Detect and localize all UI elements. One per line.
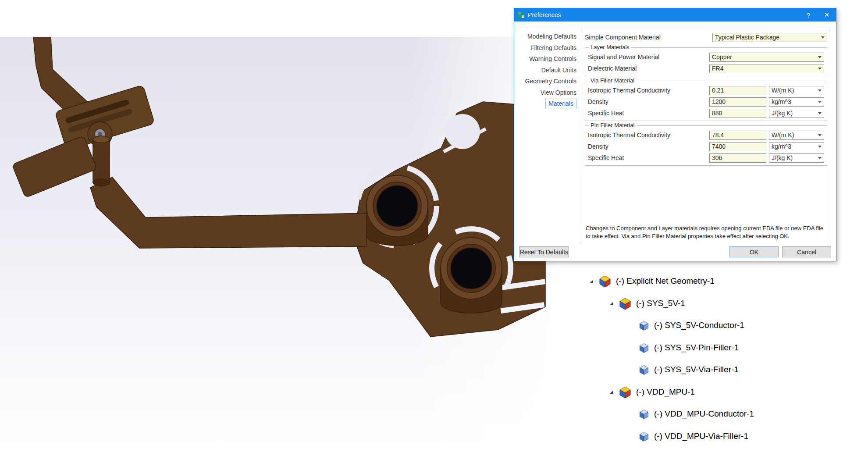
pin-specific-heat-input[interactable]: 306 <box>709 153 766 163</box>
chevron-down-icon <box>821 36 825 39</box>
tree-item-sys5v-via-filler[interactable]: (-) SYS_5V-Via-Filler-1 <box>582 359 868 381</box>
simple-component-material-row: Simple Component Material Typical Plasti… <box>585 32 827 43</box>
signal-power-material-combo[interactable]: Copper <box>709 53 824 62</box>
signal-power-material-label: Signal and Power Material <box>588 53 709 61</box>
assembly-icon <box>619 385 632 399</box>
part-icon <box>638 320 650 331</box>
nav-item-default-units[interactable]: Default Units <box>514 65 581 76</box>
nav-item-warning-controls[interactable]: Warning Controls <box>514 53 581 65</box>
layer-materials-title: Layer Materials <box>589 44 631 50</box>
pin-filler-material-group: Pin Filler Material Isotropic Thermal Co… <box>585 125 827 166</box>
chevron-down-icon <box>818 101 822 103</box>
chevron-down-icon <box>818 157 822 159</box>
component-pad <box>12 135 97 198</box>
pin-conductivity-row: Isotropic Thermal Conductivity 78.4 W/(m… <box>588 129 824 141</box>
simple-component-material-combo[interactable]: Typical Plastic Package <box>712 33 827 42</box>
ok-button[interactable]: OK <box>729 246 779 257</box>
3d-viewport[interactable] <box>0 37 586 449</box>
simple-component-material-label: Simple Component Material <box>585 34 712 41</box>
dialog-titlebar[interactable]: Preferences ? ✕ <box>514 8 836 21</box>
tree-item-vddmpu-via-filler[interactable]: (-) VDD_MPU-Via-Filler-1 <box>582 425 868 448</box>
nav-item-modeling-defaults[interactable]: Modeling Defaults <box>514 31 581 43</box>
expand-arrow-icon[interactable] <box>608 389 614 395</box>
via-filler-material-title: Via Filler Material <box>589 77 636 84</box>
dialog-button-bar: Reset To Defaults OK Cancel <box>514 242 836 261</box>
dielectric-material-label: Dielectric Material <box>588 65 709 72</box>
feature-tree: (-) Explicit Net Geometry-1 (-) SYS_5V-1… <box>582 270 868 447</box>
via-conductivity-unit-combo[interactable]: W/(m K) <box>769 86 824 95</box>
materials-note: Changes to Component and Layer materials… <box>585 223 827 241</box>
pin-conductivity-input[interactable]: 78.4 <box>709 131 766 140</box>
dielectric-material-row: Dielectric Material FR4 <box>588 63 824 74</box>
via-specific-heat-label: Specific Heat <box>588 110 709 117</box>
application-window: Preferences ? ✕ Modeling Defaults Filter… <box>0 0 868 449</box>
preferences-nav: Modeling Defaults Filtering Defaults War… <box>514 21 581 242</box>
nav-item-materials[interactable]: Materials <box>514 98 581 110</box>
layer-materials-group: Layer Materials Signal and Power Materia… <box>585 47 827 76</box>
tree-item-sys5v-pin-filler[interactable]: (-) SYS_5V-Pin-Filler-1 <box>582 337 868 359</box>
tree-item-label: (-) SYS_5V-Conductor-1 <box>654 321 744 330</box>
chevron-down-icon <box>818 112 822 114</box>
pin-density-label: Density <box>588 143 709 150</box>
dielectric-material-combo[interactable]: FR4 <box>709 64 824 73</box>
via-specific-heat-row: Specific Heat 880 J/(kg K) <box>588 107 824 119</box>
copper-trace <box>90 177 366 248</box>
expand-arrow-icon[interactable] <box>608 300 614 306</box>
via-specific-heat-unit-combo[interactable]: J/(kg K) <box>769 109 824 118</box>
via-specific-heat-input[interactable]: 880 <box>709 109 766 118</box>
pin-specific-heat-unit-combo[interactable]: J/(kg K) <box>769 153 824 163</box>
via-density-label: Density <box>588 98 709 105</box>
chevron-down-icon <box>818 68 822 70</box>
pad-cutout <box>445 114 480 149</box>
pin-density-input[interactable]: 7400 <box>709 142 766 151</box>
tree-item-label: (-) Explicit Net Geometry-1 <box>616 276 715 286</box>
nav-item-view-options[interactable]: View Options <box>514 87 581 99</box>
reset-to-defaults-button[interactable]: Reset To Defaults <box>519 246 569 257</box>
via-filler-material-group: Via Filler Material Isotropic Thermal Co… <box>585 81 827 121</box>
tree-item-vddmpu[interactable]: (-) VDD_MPU-1 <box>582 381 868 403</box>
assembly-icon <box>619 297 632 310</box>
tree-item-label: (-) VDD_MPU-Conductor-1 <box>654 409 754 419</box>
tree-item-sys5v-conductor[interactable]: (-) SYS_5V-Conductor-1 <box>582 314 868 337</box>
cancel-button[interactable]: Cancel <box>782 246 831 257</box>
app-icon <box>518 11 525 18</box>
via-density-input[interactable]: 1200 <box>709 97 766 107</box>
help-button[interactable]: ? <box>799 8 818 21</box>
pin-filler-material-title: Pin Filler Material <box>589 122 636 128</box>
pin-conductivity-unit-combo[interactable]: W/(m K) <box>769 131 824 140</box>
via-conductivity-label: Isotropic Thermal Conductivity <box>588 87 709 94</box>
tree-item-vddmpu-conductor[interactable]: (-) VDD_MPU-Conductor-1 <box>582 403 868 425</box>
chevron-down-icon <box>818 146 822 148</box>
part-icon <box>638 408 650 420</box>
via-hole-2 <box>451 248 492 289</box>
copper-net-geometry[interactable] <box>0 37 586 449</box>
part-icon <box>638 364 650 375</box>
tree-item-label: (-) SYS_5V-Via-Filler-1 <box>654 365 739 374</box>
materials-panel: Simple Component Material Typical Plasti… <box>581 30 831 243</box>
preferences-dialog: Preferences ? ✕ Modeling Defaults Filter… <box>514 8 836 261</box>
assembly-icon <box>598 274 612 288</box>
pin-density-unit-combo[interactable]: kg/m^3 <box>769 142 824 151</box>
via-density-unit-combo[interactable]: kg/m^3 <box>769 97 824 107</box>
via-conductivity-input[interactable]: 0.21 <box>709 86 766 95</box>
tree-item-label: (-) SYS_5V-Pin-Filler-1 <box>654 343 739 353</box>
pin-specific-heat-row: Specific Heat 306 J/(kg K) <box>588 152 824 164</box>
part-icon <box>638 342 650 353</box>
part-icon <box>638 431 650 442</box>
signal-power-material-row: Signal and Power Material Copper <box>588 51 824 63</box>
chevron-down-icon <box>818 89 822 92</box>
tree-item-explicit-net-geometry[interactable]: (-) Explicit Net Geometry-1 <box>582 270 868 292</box>
tree-item-label: (-) VDD_MPU-Via-Filler-1 <box>654 431 748 441</box>
pin-conductivity-label: Isotropic Thermal Conductivity <box>588 132 709 139</box>
nav-item-geometry-controls[interactable]: Geometry Controls <box>514 76 581 87</box>
nav-item-filtering-defaults[interactable]: Filtering Defaults <box>514 43 581 54</box>
close-button[interactable]: ✕ <box>818 8 836 21</box>
dialog-title: Preferences <box>528 11 799 18</box>
expand-arrow-icon[interactable] <box>588 278 594 284</box>
pin-specific-heat-label: Specific Heat <box>588 154 709 161</box>
via-density-row: Density 1200 kg/m^3 <box>588 96 824 107</box>
via-conductivity-row: Isotropic Thermal Conductivity 0.21 W/(m… <box>588 85 824 96</box>
tree-item-sys5v[interactable]: (-) SYS_5V-1 <box>582 292 868 315</box>
pin-density-row: Density 7400 kg/m^3 <box>588 141 824 152</box>
via-hole-1 <box>377 185 418 227</box>
